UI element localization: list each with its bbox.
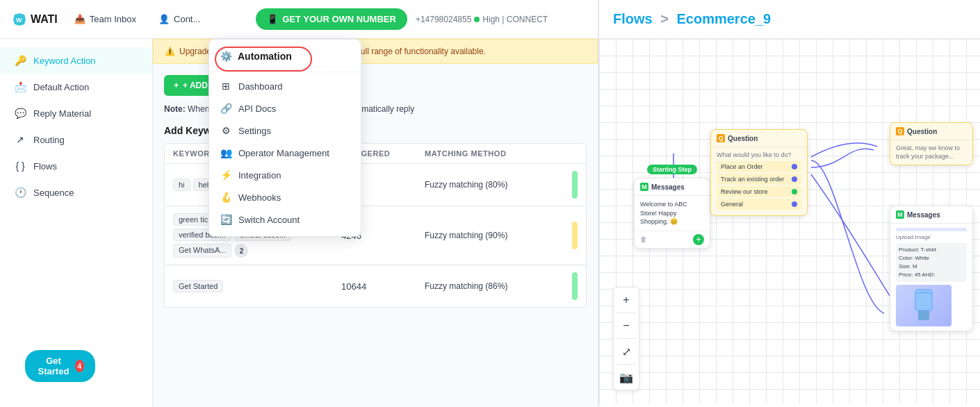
sidebar-item-routing[interactable]: ↗ Routing <box>0 126 152 153</box>
operator-icon: 👥 <box>220 147 231 158</box>
product-image <box>896 285 952 326</box>
notification-badge: 4 <box>75 360 84 372</box>
contacts-nav[interactable]: 👤 Cont... <box>153 11 206 27</box>
dropdown-divider <box>209 72 361 72</box>
node-header: Q Question <box>711 130 807 147</box>
zoom-divider <box>616 364 636 365</box>
svg-text:W: W <box>16 17 22 24</box>
automation-icon: ⚙️ <box>220 51 232 62</box>
upload-image-placeholder <box>896 228 967 231</box>
dropdown-item-settings[interactable]: ⚙ Settings <box>209 119 361 142</box>
node-body: Great, may we know to track your package… <box>890 140 972 165</box>
inbox-icon: 📥 <box>74 14 85 24</box>
table-row: Get Started 10644 Fuzzy matching (86%) <box>164 265 587 308</box>
messages-node-icon: M <box>896 210 904 219</box>
keyword-tags: Get Started <box>173 280 341 292</box>
zoom-in-button[interactable]: + <box>616 290 636 310</box>
dropdown-item-api-docs[interactable]: 🔗 API Docs <box>209 97 361 119</box>
dropdown-item-webhooks[interactable]: 🪝 Webhooks <box>209 186 361 208</box>
sidebar: 🔑 Keyword Action 📩 Default Action 💬 Repl… <box>0 39 153 407</box>
node-messages-starting: Starting Step M Messages Welcome to ABC … <box>634 178 710 249</box>
node-question-right: Q Question Great, may we know to track y… <box>890 122 973 165</box>
action-indicator <box>572 171 578 199</box>
automation-header: ⚙️ Automation <box>209 45 361 69</box>
node-header: M Messages <box>635 178 710 196</box>
fit-screen-button[interactable]: ⤢ <box>616 342 636 361</box>
node-messages-product: M Messages Upload Image Product: T-shirt… <box>890 206 973 331</box>
right-panel: Flows > Ecommerce_9 Starting Step <box>598 0 980 407</box>
sidebar-item-reply-material[interactable]: 💬 Reply Material <box>0 100 152 126</box>
question-node-icon: Q <box>896 127 904 135</box>
node-header: Q Question <box>890 123 972 140</box>
contacts-icon: 👤 <box>158 14 170 24</box>
integration-icon: ⚡ <box>220 169 231 181</box>
option-dot <box>792 189 797 194</box>
webhooks-icon: 🪝 <box>220 192 231 203</box>
sidebar-item-keyword-action[interactable]: 🔑 Keyword Action <box>0 47 152 74</box>
chat-icon: 💬 <box>14 107 26 119</box>
action-indicator <box>572 222 578 249</box>
screenshot-button[interactable]: 📷 <box>616 367 636 387</box>
flows-title: Flows > Ecommerce_9 <box>613 11 966 27</box>
plus-icon: + <box>174 81 179 90</box>
wati-logo: W WATI <box>11 11 58 28</box>
node-option: Review our store <box>717 186 801 197</box>
starting-step-badge: Starting Step <box>647 165 697 174</box>
zoom-out-button[interactable]: − <box>616 316 636 335</box>
node-option: Track an existing order <box>717 174 801 185</box>
node-body: Welcome to ABC Store! Happy Shopping. 😊 <box>635 196 710 231</box>
get-number-button[interactable]: 📱 GET YOUR OWN NUMBER <box>256 8 407 30</box>
dashboard-icon: ⊞ <box>220 81 231 92</box>
node-body: Upload Image Product: T-shirtColor: Whit… <box>890 224 972 331</box>
dropdown-item-dashboard[interactable]: ⊞ Dashboard <box>209 75 361 97</box>
sidebar-item-flows[interactable]: { } Flows <box>0 153 152 179</box>
action-indicator <box>572 272 578 300</box>
node-option: Place an Order <box>717 161 801 172</box>
node-question-main: Q Question What would you like to do? Pl… <box>710 129 808 216</box>
trash-icon[interactable]: 🗑 <box>640 235 647 243</box>
dropdown-menu: ⚙️ Automation ⊞ Dashboard 🔗 API Docs ⚙ S… <box>209 39 361 237</box>
option-dot <box>792 201 797 207</box>
question-node-icon: Q <box>717 134 725 142</box>
flows-canvas: Starting Step M Messages Welcome to ABC … <box>599 39 980 404</box>
phone-info: +14798024855 High | CONNECT <box>416 15 548 24</box>
flows-icon: { } <box>14 160 26 172</box>
sidebar-item-sequence[interactable]: 🕐 Sequence <box>0 179 152 206</box>
nav-center: 📱 GET YOUR OWN NUMBER +14798024855 High … <box>217 8 587 30</box>
top-nav: W WATI 📥 Team Inbox 👤 Cont... 📱 GET YOUR… <box>0 0 598 39</box>
sidebar-item-default-action[interactable]: 📩 Default Action <box>0 74 152 100</box>
warning-icon: ⚠️ <box>165 47 175 56</box>
node-option: General <box>717 199 801 210</box>
zoom-divider <box>616 338 636 339</box>
zoom-divider <box>616 313 636 313</box>
dropdown-item-switch-account[interactable]: 🔄 Switch Account <box>209 208 361 231</box>
option-dot <box>792 176 797 182</box>
node-footer: 🗑 + <box>635 231 710 248</box>
dropdown-item-operator-mgmt[interactable]: 👥 Operator Management <box>209 142 361 164</box>
switch-icon: 🔄 <box>220 214 231 225</box>
team-inbox-nav[interactable]: 📥 Team Inbox <box>69 11 142 27</box>
option-dot <box>792 164 797 169</box>
left-panel: W WATI 📥 Team Inbox 👤 Cont... 📱 GET YOUR… <box>0 0 598 407</box>
sequence-icon: 🕐 <box>14 186 26 199</box>
wati-logo-icon: W <box>11 11 28 28</box>
zoom-controls: + − ⤢ 📷 <box>613 287 639 390</box>
flows-header: Flows > Ecommerce_9 <box>599 0 980 39</box>
status-dot <box>474 17 480 22</box>
get-started-button[interactable]: Get Started 4 <box>25 350 95 382</box>
add-node-btn[interactable]: + <box>693 234 704 245</box>
api-docs-icon: 🔗 <box>220 103 231 114</box>
dropdown-item-integration[interactable]: ⚡ Integration <box>209 164 361 186</box>
svg-rect-4 <box>918 310 929 320</box>
settings-icon: ⚙ <box>220 125 231 136</box>
routing-icon: ↗ <box>14 133 26 146</box>
envelope-icon: 📩 <box>14 81 26 93</box>
key-icon: 🔑 <box>14 54 26 67</box>
messages-node-icon: M <box>640 183 648 191</box>
node-header: M Messages <box>890 206 972 224</box>
phone-icon: 📱 <box>267 14 278 24</box>
node-body: What would you like to do? Place an Orde… <box>711 147 807 215</box>
